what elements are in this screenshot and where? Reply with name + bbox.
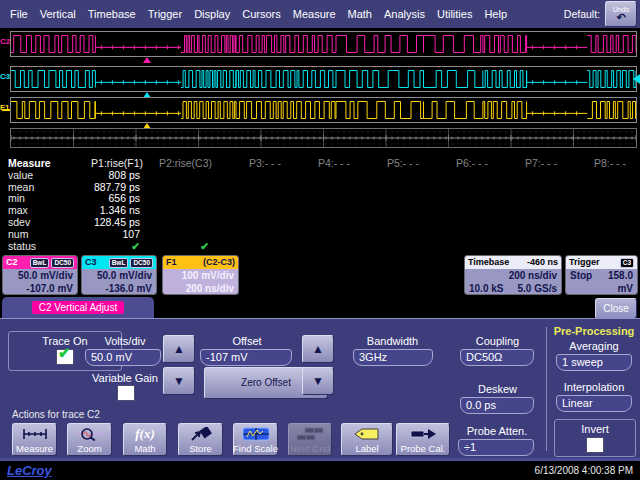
undo-icon: ↶ xyxy=(616,12,625,23)
measure-num-p7 xyxy=(500,228,569,240)
f1-source: (C2-C3) xyxy=(203,256,235,269)
channel-c3-descriptor[interactable]: C3 BwLDC50 50.0 mV/div-136.0 mV xyxy=(81,255,157,295)
menu-help[interactable]: Help xyxy=(478,8,513,20)
oscilloscope-screen: FileVerticalTimebaseTriggerDisplayCursor… xyxy=(0,0,640,480)
c3-id: C3 xyxy=(85,256,97,269)
bandwidth-field[interactable]: 3GHz xyxy=(353,349,433,366)
invert-group: Invert xyxy=(554,419,636,457)
measure-num-p5 xyxy=(362,228,431,240)
variable-gain-checkbox[interactable] xyxy=(117,385,135,401)
measure-value-p2 xyxy=(155,169,224,181)
measure-value-p3 xyxy=(224,169,293,181)
dc50-badge: DC50 xyxy=(130,258,153,268)
measure-num-p6 xyxy=(431,228,500,240)
descriptor-row: C2 BwLDC50 50.0 mV/div-107.0 mV C3 BwLDC… xyxy=(0,252,640,296)
menu-right: Default: Undo ↶ xyxy=(564,1,637,27)
measure-num-p2 xyxy=(155,228,224,240)
tab-c2-vertical-adjust[interactable]: C2 Vertical Adjust xyxy=(2,297,154,318)
measure-max-p2 xyxy=(155,204,224,216)
measure-row-label-value: value xyxy=(0,169,86,181)
bwl-badge: BwL xyxy=(30,258,50,268)
measure-col-header-p3: P3:- - - xyxy=(224,157,293,169)
action-math-button[interactable]: f(x)Math xyxy=(123,423,167,456)
deskew-field[interactable]: 0.0 ps xyxy=(460,397,534,414)
measure-sdev-p7 xyxy=(500,216,569,228)
f1-ground-marker xyxy=(2,109,10,111)
trigger-level-marker-c3[interactable] xyxy=(633,74,640,84)
dc50-badge: DC50 xyxy=(51,258,74,268)
volts-div-up-button[interactable]: ▲ xyxy=(163,335,195,363)
measure-min-p6 xyxy=(431,192,500,204)
timebase-descriptor[interactable]: Timebase -460 ns 200 ns/div 10.0 kS5.0 G… xyxy=(464,255,562,295)
measure-col-header-p6: P6:- - - xyxy=(431,157,500,169)
menu-cursors[interactable]: Cursors xyxy=(236,8,287,20)
action-measure-button[interactable]: Measure xyxy=(12,423,57,456)
measure-col-header-p8: P8:- - - xyxy=(569,157,638,169)
measure-row-label-num: num xyxy=(0,228,86,240)
measure-min-p5 xyxy=(362,192,431,204)
measure-status-p2: ✔ xyxy=(155,240,224,252)
action-label: Math xyxy=(134,444,155,454)
measure-table-title: Measure xyxy=(0,157,86,169)
measure-mean-p4 xyxy=(293,181,362,193)
trace-f1-descriptor[interactable]: F1 (C2-C3) 100 mV/div200 ns/div xyxy=(162,255,239,295)
measure-table: MeasureP1:rise(F1)P2:rise(C3)P3:- - -P4:… xyxy=(0,157,640,252)
close-button[interactable]: Close xyxy=(595,298,637,319)
probe-atten-field[interactable]: ÷1 xyxy=(458,439,534,456)
action-label: Zoom xyxy=(77,444,101,454)
menu-timebase[interactable]: Timebase xyxy=(82,8,142,20)
coupling-field[interactable]: DC50Ω xyxy=(460,349,534,366)
measure-min-p1: 656 ps xyxy=(86,192,155,204)
measure-sdev-p8 xyxy=(569,216,638,228)
interpolation-field[interactable]: Linear xyxy=(556,395,632,412)
menu-math[interactable]: Math xyxy=(342,8,378,20)
offset-down-button[interactable]: ▼ xyxy=(302,367,334,395)
measure-mean-p8 xyxy=(569,181,638,193)
f1-tdiv: 200 ns/div xyxy=(167,282,234,295)
measure-mean-p1: 887.79 ps xyxy=(86,181,155,193)
invert-checkbox[interactable] xyxy=(586,437,604,453)
averaging-field[interactable]: 1 sweep xyxy=(556,354,632,371)
bwl-badge: BwL xyxy=(109,258,129,268)
measure-status-p6 xyxy=(431,240,500,252)
menu-trigger[interactable]: Trigger xyxy=(142,8,188,20)
grid-c3 xyxy=(10,66,637,92)
menu-measure[interactable]: Measure xyxy=(287,8,342,20)
menu-file[interactable]: File xyxy=(4,8,34,20)
action-next-grid-button: Next Grid xyxy=(288,423,332,456)
measure-num-p1: 107 xyxy=(86,228,155,240)
menu-vertical[interactable]: Vertical xyxy=(34,8,82,20)
measure-row-label-sdev: sdev xyxy=(0,216,86,228)
channel-c2-descriptor[interactable]: C2 BwLDC50 50.0 mV/div-107.0 mV xyxy=(2,255,78,295)
action-zoom-button[interactable]: Zoom xyxy=(67,423,112,456)
preprocessing-title: Pre-Processing xyxy=(550,325,638,337)
action-label-button[interactable]: Label xyxy=(341,423,393,456)
volts-div-field[interactable]: 50.0 mV xyxy=(85,349,161,366)
action-store-button[interactable]: Store xyxy=(178,423,223,456)
offset-up-button[interactable]: ▲ xyxy=(302,335,334,363)
action-find-scale-button[interactable]: Find Scale xyxy=(233,423,278,456)
action-probe-cal-button[interactable]: Probe Cal. xyxy=(396,423,450,456)
measure-col-header-p4: P4:- - - xyxy=(293,157,362,169)
measure-mean-p5 xyxy=(362,181,431,193)
menu-analysis[interactable]: Analysis xyxy=(378,8,431,20)
menu-bar: FileVerticalTimebaseTriggerDisplayCursor… xyxy=(0,0,640,28)
offset-field[interactable]: -107 mV xyxy=(200,349,292,366)
vertical-adjust-dialog: C2 Vertical Adjust Close Trace On ✔ Volt… xyxy=(0,296,640,458)
c3-vdiv: 50.0 mV/div xyxy=(86,269,152,282)
tab-label: C2 Vertical Adjust xyxy=(32,301,124,314)
measure-sdev-p2 xyxy=(155,216,224,228)
menu-utilities[interactable]: Utilities xyxy=(431,8,478,20)
trace-on-checkbox[interactable]: ✔ xyxy=(56,349,74,365)
trigger-time-marker-c2[interactable] xyxy=(143,57,151,63)
measure-value-p8 xyxy=(569,169,638,181)
menu-display[interactable]: Display xyxy=(188,8,236,20)
check-icon: ✔ xyxy=(58,344,71,362)
measure-col-header-p7: P7:- - - xyxy=(500,157,569,169)
undo-button[interactable]: Undo ↶ xyxy=(605,1,637,27)
measure-status-p4 xyxy=(293,240,362,252)
trigger-descriptor[interactable]: Trigger C3 Stop158.0 mV WidthNegative xyxy=(565,255,638,295)
dialog-panel: Trace On ✔ Volts/div 50.0 mV ▲ ▼ Variabl… xyxy=(0,318,640,458)
dialog-tab-row: C2 Vertical Adjust Close xyxy=(0,296,640,318)
timebase-tdiv: 200 ns/div xyxy=(469,269,557,282)
